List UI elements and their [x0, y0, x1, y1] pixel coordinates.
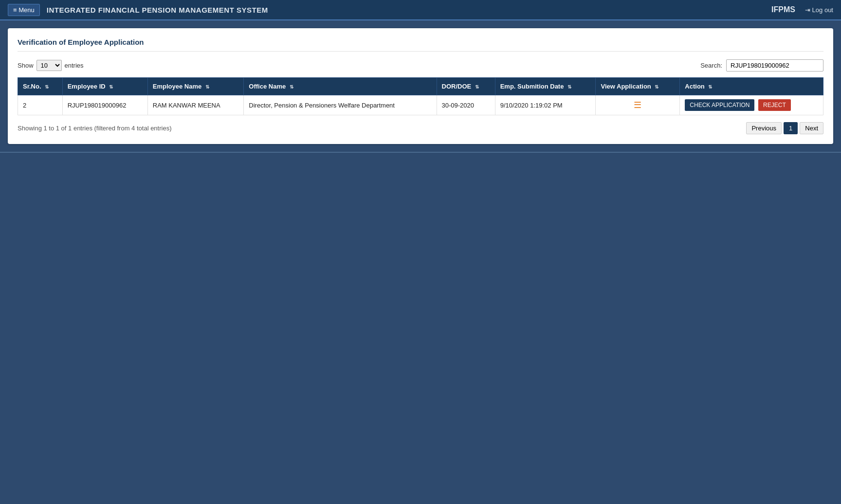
show-label: Show — [18, 62, 34, 69]
entries-label: entries — [65, 62, 84, 69]
col-emp-name[interactable]: Employee Name ⇅ — [147, 78, 244, 95]
cell-emp-id: RJUP198019000962 — [62, 95, 147, 115]
cell-action: CHECK APPLICATION REJECT — [680, 95, 823, 115]
cell-dor-doe: 30-09-2020 — [437, 95, 495, 115]
table-body: 2 RJUP198019000962 RAM KANWAR MEENA Dire… — [18, 95, 823, 115]
showing-text: Showing 1 to 1 of 1 entries (filtered fr… — [18, 125, 172, 132]
col-dor-doe[interactable]: DOR/DOE ⇅ — [437, 78, 495, 95]
main-content: Verification of Employee Application Sho… — [0, 20, 841, 152]
search-label: Search: — [700, 62, 722, 69]
col-sr-no[interactable]: Sr.No. ⇅ — [18, 78, 63, 95]
brand-label: IFPMS — [771, 5, 795, 14]
search-row: Search: — [700, 59, 823, 72]
col-office-name[interactable]: Office Name ⇅ — [244, 78, 437, 95]
sort-icon-empid: ⇅ — [109, 84, 113, 90]
cell-emp-name: RAM KANWAR MEENA — [147, 95, 244, 115]
menu-button[interactable]: ≡ Menu — [8, 4, 40, 16]
col-submission-date[interactable]: Emp. Submition Date ⇅ — [495, 78, 596, 95]
header-title: INTEGRATED FINANCIAL PENSION MANAGEMENT … — [47, 6, 268, 14]
sort-icon-sr: ⇅ — [45, 84, 49, 90]
header: ≡ Menu INTEGRATED FINANCIAL PENSION MANA… — [0, 0, 841, 20]
entries-select[interactable]: 10 25 50 100 — [37, 60, 62, 71]
controls-row: Show 10 25 50 100 entries Search: — [18, 59, 823, 72]
data-table: Sr.No. ⇅ Employee ID ⇅ Employee Name ⇅ O… — [18, 77, 823, 115]
page-title: Verification of Employee Application — [18, 38, 823, 52]
cell-sr-no: 2 — [18, 95, 63, 115]
cell-submission-date: 9/10/2020 1:19:02 PM — [495, 95, 596, 115]
show-entries: Show 10 25 50 100 entries — [18, 60, 84, 71]
pagination-row: Showing 1 to 1 of 1 entries (filtered fr… — [18, 122, 823, 134]
col-emp-id[interactable]: Employee ID ⇅ — [62, 78, 147, 95]
check-application-button[interactable]: CHECK APPLICATION — [685, 99, 754, 111]
sort-icon-dor: ⇅ — [475, 84, 479, 90]
header-left: ≡ Menu INTEGRATED FINANCIAL PENSION MANA… — [8, 4, 268, 16]
cell-office-name: Director, Pension & Pensioners Welfare D… — [244, 95, 437, 115]
logout-button[interactable]: ⇥ Log out — [805, 6, 833, 14]
header-right: IFPMS ⇥ Log out — [771, 5, 833, 14]
sort-icon-action: ⇅ — [708, 84, 712, 90]
cell-view-app[interactable]: ☰ — [596, 95, 680, 115]
view-application-icon[interactable]: ☰ — [634, 100, 641, 110]
footer-area — [0, 152, 841, 444]
next-button[interactable]: Next — [800, 122, 823, 134]
reject-button[interactable]: REJECT — [758, 99, 791, 111]
table-header: Sr.No. ⇅ Employee ID ⇅ Employee Name ⇅ O… — [18, 78, 823, 95]
col-view-app[interactable]: View Application ⇅ — [596, 78, 680, 95]
page-1-button[interactable]: 1 — [784, 122, 798, 134]
sort-icon-office: ⇅ — [290, 84, 293, 90]
sort-icon-sub: ⇅ — [567, 84, 571, 90]
card: Verification of Employee Application Sho… — [8, 28, 833, 144]
pagination-controls: Previous 1 Next — [746, 122, 823, 134]
previous-button[interactable]: Previous — [746, 122, 782, 134]
col-action[interactable]: Action ⇅ — [680, 78, 823, 95]
sort-icon-empname: ⇅ — [205, 84, 209, 90]
table-row: 2 RJUP198019000962 RAM KANWAR MEENA Dire… — [18, 95, 823, 115]
search-input[interactable] — [726, 59, 823, 72]
sort-icon-view: ⇅ — [655, 84, 658, 90]
